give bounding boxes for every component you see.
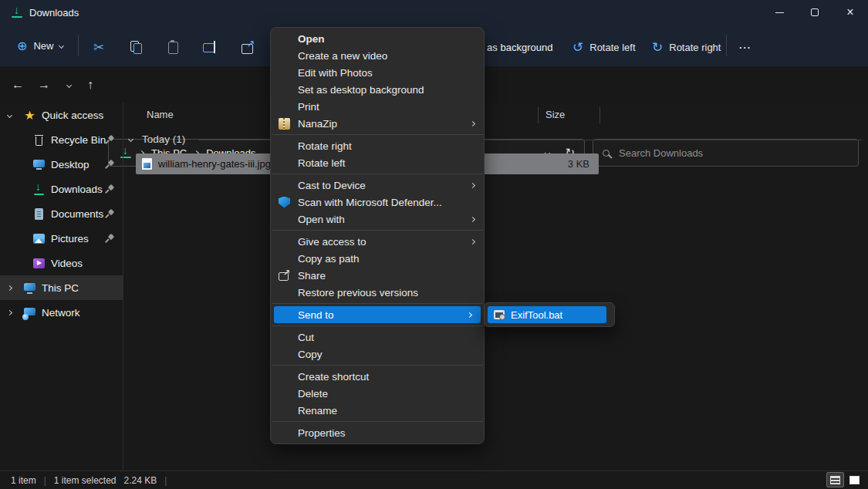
menu-item-label: Print	[298, 101, 319, 113]
menu-item-rename[interactable]: Rename	[271, 402, 484, 419]
menu-item-label: Open	[298, 33, 325, 45]
close-icon: ×	[846, 6, 853, 19]
sidebar-item-downloads[interactable]: ↓Downloads	[0, 177, 123, 201]
menu-item-edit-with-photos[interactable]: Edit with Photos	[271, 64, 484, 81]
sidebar-item-quick-access[interactable]: ★Quick access	[0, 103, 123, 127]
menu-item-nanazip[interactable]: NanaZip	[271, 115, 484, 132]
close-button[interactable]: ×	[833, 0, 868, 25]
menu-item-set-as-desktop-background[interactable]: Set as desktop background	[271, 81, 484, 98]
sidebar-item-this-pc[interactable]: This PC	[0, 275, 123, 300]
menu-item-label: Rotate right	[298, 140, 352, 152]
chevron-right-icon[interactable]	[7, 309, 12, 315]
navigation-pane: ★Quick accessRecycle BinDesktop↓Download…	[0, 103, 123, 470]
menu-separator	[272, 421, 483, 422]
rotate-right-icon: ↻	[652, 39, 663, 56]
status-bar: 1 item | 1 item selected 2.24 KB |	[0, 470, 868, 489]
minimize-icon	[775, 12, 784, 13]
column-divider[interactable]	[538, 107, 539, 123]
sidebar-item-documents[interactable]: Documents	[0, 201, 123, 226]
chevron-right-icon[interactable]	[7, 285, 12, 290]
chevron-down-icon	[66, 82, 71, 87]
menu-item-print[interactable]: Print	[271, 98, 484, 115]
cut-icon: ✂	[93, 39, 104, 56]
submenu-arrow-icon	[470, 216, 475, 221]
menu-item-delete[interactable]: Delete	[271, 385, 484, 402]
details-view-button[interactable]	[826, 472, 844, 487]
share-icon	[279, 272, 289, 281]
context-menu: OpenCreate a new videoEdit with PhotosSe…	[270, 27, 485, 444]
new-button-label: New	[33, 40, 53, 52]
pin-icon	[105, 136, 113, 144]
menu-item-restore-previous-versions[interactable]: Restore previous versions	[271, 284, 484, 301]
title-bar: ↓ Downloads ×	[0, 0, 868, 25]
column-header-name[interactable]: Name	[147, 109, 174, 120]
recent-locations-button[interactable]	[59, 76, 79, 94]
sidebar-item-recycle-bin[interactable]: Recycle Bin	[0, 127, 123, 152]
toolbar-divider	[78, 35, 79, 56]
paste-icon	[167, 41, 179, 53]
menu-item-copy-as-path[interactable]: Copy as path	[271, 250, 484, 267]
menu-separator	[272, 174, 483, 174]
submenu-arrow-icon	[470, 182, 475, 187]
cut-button[interactable]: ✂	[90, 38, 108, 56]
sidebar-item-label: Documents	[51, 208, 103, 220]
menu-item-open[interactable]: Open	[271, 30, 484, 47]
ellipsis-icon: ⋯	[738, 40, 751, 55]
menu-item-create-a-new-video[interactable]: Create a new video	[271, 47, 484, 64]
sidebar-item-videos[interactable]: ▶Videos	[0, 251, 123, 275]
menu-item-rotate-left[interactable]: Rotate left	[271, 154, 484, 171]
submenu-item-label: ExifTool.bat	[511, 309, 562, 321]
menu-item-properties[interactable]: Properties	[271, 424, 484, 441]
menu-item-label: Rotate left	[298, 157, 346, 169]
menu-item-send-to[interactable]: Send to	[274, 306, 481, 323]
rotate-right-label: Rotate right	[669, 42, 721, 53]
paste-button[interactable]	[164, 38, 182, 56]
menu-item-label: Copy as path	[298, 253, 360, 265]
shield-icon	[279, 197, 290, 208]
menu-item-label: Scan with Microsoft Defender...	[298, 197, 442, 208]
status-selection-size: 2.24 KB	[124, 475, 157, 486]
menu-item-label: Edit with Photos	[298, 67, 373, 79]
group-collapse-icon[interactable]	[128, 137, 133, 142]
rename-button[interactable]	[201, 38, 219, 56]
minimize-button[interactable]	[762, 0, 797, 25]
menu-item-create-shortcut[interactable]: Create shortcut	[271, 368, 484, 385]
submenu-item-exiftool-bat[interactable]: ExifTool.bat	[488, 306, 606, 323]
menu-item-share[interactable]: Share	[271, 267, 484, 284]
rotate-left-button[interactable]: ↺ Rotate left	[572, 36, 636, 58]
menu-item-label: Set as desktop background	[298, 84, 424, 96]
menu-item-cast-to-device[interactable]: Cast to Device	[271, 177, 484, 194]
file-row[interactable]: william-henry-gates-iii.jpg 3 KB	[123, 153, 868, 174]
menu-item-label: Give access to	[298, 236, 366, 248]
menu-item-label: Cut	[298, 332, 314, 343]
large-icons-view-button[interactable]	[846, 472, 863, 487]
column-header-size[interactable]: Size	[545, 109, 565, 120]
forward-button[interactable]: →	[34, 76, 54, 94]
sidebar-item-label: Desktop	[51, 159, 90, 170]
group-label[interactable]: Today (1)	[142, 133, 185, 145]
up-button[interactable]: ↑	[80, 76, 100, 94]
menu-item-copy[interactable]: Copy	[271, 346, 484, 363]
menu-item-open-with[interactable]: Open with	[271, 211, 484, 228]
documents-icon	[32, 207, 46, 221]
sidebar-item-network[interactable]: Network	[0, 300, 123, 325]
menu-item-cut[interactable]: Cut	[271, 329, 484, 346]
menu-item-rotate-right[interactable]: Rotate right	[271, 137, 484, 154]
menu-item-scan-with-microsoft-defender-[interactable]: Scan with Microsoft Defender...	[271, 194, 484, 211]
menu-separator	[272, 325, 483, 326]
maximize-button[interactable]	[797, 0, 833, 25]
sidebar-item-label: Network	[42, 307, 80, 319]
chevron-down-icon[interactable]	[7, 112, 12, 117]
share-button[interactable]	[238, 38, 256, 56]
sidebar-item-label: Pictures	[51, 233, 89, 244]
copy-button[interactable]	[127, 38, 145, 56]
sidebar-item-pictures[interactable]: Pictures	[0, 226, 123, 251]
column-header-row: Name Size	[123, 103, 868, 127]
menu-item-give-access-to[interactable]: Give access to	[271, 233, 484, 250]
sidebar-item-desktop[interactable]: Desktop	[0, 152, 123, 177]
more-options-button[interactable]: ⋯	[738, 36, 751, 58]
back-button[interactable]: ←	[8, 76, 28, 94]
column-divider[interactable]	[599, 107, 600, 123]
rotate-right-button[interactable]: ↻ Rotate right	[652, 36, 721, 58]
new-button[interactable]: ⊕ New	[12, 35, 68, 56]
